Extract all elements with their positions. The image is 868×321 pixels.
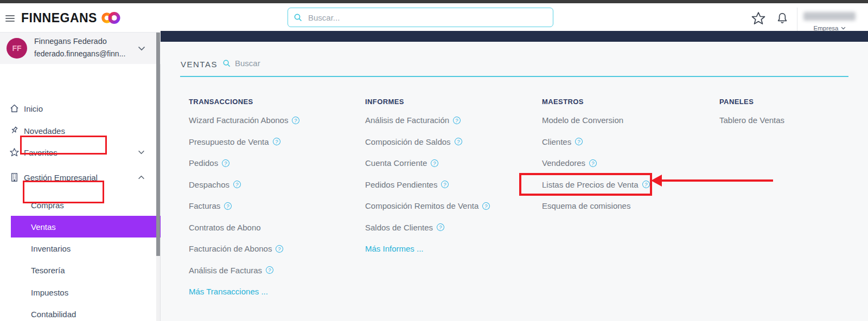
- sidebar-subitem-label: Impuestos: [31, 288, 68, 297]
- menu-item-esquema-de-comisiones[interactable]: Esquema de comisiones: [542, 195, 650, 217]
- page-title: VENTAS: [181, 60, 218, 69]
- home-icon: [9, 104, 20, 114]
- logo-text: FINNEGANS: [21, 11, 97, 25]
- sidebar-subitem-label: Inventarios: [31, 244, 71, 253]
- sidebar-subitem-label: Contabilidad: [31, 310, 76, 319]
- menu-item-pedidos-pendientes[interactable]: Pedidos Pendientes?: [365, 174, 490, 196]
- menu-item-pedidos[interactable]: Pedidos?: [189, 152, 299, 174]
- menu-item-clientes[interactable]: Clientes?: [542, 131, 650, 153]
- menu-item-label: Más Transacciones ...: [189, 287, 268, 296]
- menu-column-transacciones: TRANSACCIONESWizard Facturación Abonos?P…: [189, 98, 299, 303]
- menu-icon[interactable]: [5, 15, 15, 22]
- sidebar-item-gesti-n-empresarial[interactable]: Gestión Empresarial: [0, 168, 156, 187]
- help-icon[interactable]: ?: [221, 158, 231, 168]
- finnegans-logo: FINNEGANS: [21, 9, 120, 27]
- sidebar-item-label: Inicio: [24, 104, 43, 113]
- sidebar-scrollbar-thumb[interactable]: [156, 33, 160, 256]
- menu-item-label: Despachos: [189, 180, 229, 189]
- menu-item-label: Wizard Facturación Abonos: [189, 115, 288, 125]
- menu-column-maestros: MAESTROSModelo de ConversionClientes?Ven…: [542, 98, 650, 217]
- module-search[interactable]: Buscar: [222, 59, 260, 68]
- column-header: TRANSACCIONES: [189, 98, 299, 106]
- menu-item-despachos[interactable]: Despachos?: [189, 174, 299, 196]
- menu-link-m-s-transacciones[interactable]: Más Transacciones ...: [189, 281, 299, 303]
- menu-item-label: Vendedores: [542, 158, 585, 168]
- column-header: PANELES: [719, 98, 784, 106]
- help-icon[interactable]: ?: [275, 244, 284, 253]
- menu-item-modelo-de-conversion[interactable]: Modelo de Conversion: [542, 110, 650, 131]
- help-icon[interactable]: ?: [272, 137, 281, 146]
- menu-item-label: Presupuesto de Venta: [189, 137, 269, 146]
- menu-item-saldos-de-clientes[interactable]: Saldos de Clientes?: [365, 217, 490, 239]
- help-icon[interactable]: ?: [430, 158, 439, 168]
- menu-item-wizard-facturaci-n-abonos[interactable]: Wizard Facturación Abonos?: [189, 110, 299, 131]
- menu-item-listas-de-precios-de-venta[interactable]: Listas de Precios de Venta?: [542, 174, 650, 196]
- column-header: MAESTROS: [542, 98, 650, 106]
- menu-item-label: Más Informes ...: [365, 244, 424, 253]
- sidebar-subitem-tesorer-a[interactable]: Tesorería: [11, 259, 161, 281]
- finnegans-logo-icon: [101, 11, 120, 27]
- help-icon[interactable]: ?: [454, 137, 463, 146]
- sidebar-subitem-ventas[interactable]: Ventas: [11, 216, 161, 237]
- menu-item-label: Análisis de Facturas: [189, 266, 262, 275]
- company-selector[interactable]: Empresa: [797, 7, 868, 33]
- help-icon[interactable]: ?: [436, 223, 445, 232]
- sidebar-subitem-contabilidad[interactable]: Contabilidad: [11, 303, 161, 321]
- menu-item-label: Esquema de comisiones: [542, 201, 630, 210]
- help-icon[interactable]: ?: [575, 137, 584, 146]
- help-icon[interactable]: ?: [233, 180, 242, 189]
- menu-item-composici-n-remitos-de-venta[interactable]: Composición Remitos de Venta?: [365, 195, 490, 217]
- sidebar-item-inicio[interactable]: Inicio: [0, 99, 156, 118]
- help-icon[interactable]: ?: [224, 201, 233, 210]
- search-icon: [293, 13, 303, 22]
- favorites-star-icon[interactable]: [751, 11, 766, 28]
- user-account-block[interactable]: FF Finnegans Federado federado.finnegans…: [0, 33, 161, 64]
- help-icon[interactable]: ?: [291, 115, 301, 125]
- menu-item-label: Pedidos: [189, 158, 218, 168]
- menu-item-an-lisis-de-facturas[interactable]: Análisis de Facturas?: [189, 260, 299, 281]
- chevron-down-icon[interactable]: [138, 150, 145, 155]
- column-header: INFORMES: [365, 98, 490, 106]
- chevron-down-icon[interactable]: [138, 43, 145, 53]
- sidebar-subitem-impuestos[interactable]: Impuestos: [11, 281, 161, 303]
- company-name-redacted: [803, 12, 856, 21]
- menu-item-cuenta-corriente[interactable]: Cuenta Corriente?: [365, 152, 490, 174]
- sidebar-subitem-compras[interactable]: Compras: [11, 194, 161, 216]
- menu-item-an-lisis-de-facturaci-n[interactable]: Análisis de Facturación?: [365, 110, 490, 131]
- user-email: federado.finnegans@finn...: [34, 49, 125, 58]
- sidebar-subitem-inventarios[interactable]: Inventarios: [11, 237, 161, 259]
- sidebar-subitem-label: Tesorería: [31, 266, 65, 275]
- menu-item-presupuesto-de-venta[interactable]: Presupuesto de Venta?: [189, 131, 299, 153]
- column-items: Wizard Facturación Abonos?Presupuesto de…: [189, 110, 299, 303]
- user-name: Finnegans Federado: [34, 37, 107, 46]
- main-top-bar: [161, 31, 868, 42]
- menu-item-facturas[interactable]: Facturas?: [189, 195, 299, 217]
- help-icon[interactable]: ?: [482, 201, 491, 210]
- help-icon[interactable]: ?: [589, 158, 598, 168]
- menu-column-paneles: PANELESTablero de Ventas: [719, 98, 784, 131]
- avatar: FF: [7, 38, 27, 59]
- menu-item-vendedores[interactable]: Vendedores?: [542, 152, 650, 174]
- menu-link-m-s-informes[interactable]: Más Informes ...: [365, 238, 490, 260]
- menu-item-label: Saldos de Clientes: [365, 223, 433, 232]
- menu-item-facturaci-n-de-abonos[interactable]: Facturación de Abonos?: [189, 238, 299, 260]
- sidebar-subitem-label: Compras: [31, 201, 64, 210]
- menu-item-composici-n-de-saldos[interactable]: Composición de Saldos?: [365, 131, 490, 153]
- help-icon[interactable]: ?: [441, 180, 450, 189]
- help-icon[interactable]: ?: [265, 266, 275, 275]
- notifications-bell-icon[interactable]: [775, 11, 789, 28]
- menu-column-informes: INFORMESAnálisis de Facturación?Composic…: [365, 98, 490, 260]
- sidebar-subitem-label: Ventas: [31, 222, 56, 232]
- search-input[interactable]: [307, 12, 547, 23]
- chevron-up-icon[interactable]: [138, 175, 145, 179]
- title-underline: [180, 76, 848, 77]
- sidebar-item-novedades[interactable]: Novedades: [0, 121, 156, 140]
- sidebar-item-favoritos[interactable]: Favoritos: [0, 143, 156, 162]
- help-icon[interactable]: ?: [641, 180, 650, 189]
- help-icon[interactable]: ?: [452, 115, 462, 125]
- menu-item-contratos-de-abono[interactable]: Contratos de Abono: [189, 217, 299, 239]
- module-search-label: Buscar: [235, 59, 260, 68]
- menu-item-tablero-de-ventas[interactable]: Tablero de Ventas: [719, 110, 784, 131]
- sidebar-item-label: Novedades: [24, 126, 65, 136]
- column-items: Análisis de Facturación?Composición de S…: [365, 110, 490, 260]
